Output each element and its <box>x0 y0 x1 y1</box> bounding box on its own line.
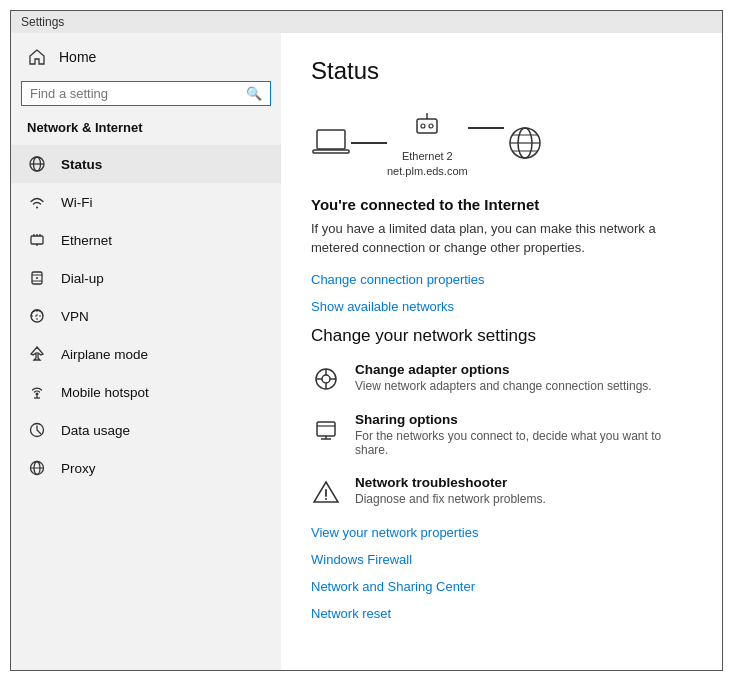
hotspot-icon <box>27 382 47 402</box>
router-icon: Ethernet 2 net.plm.eds.com <box>387 107 468 180</box>
wifi-label: Wi-Fi <box>61 195 92 210</box>
line2 <box>468 127 504 129</box>
troubleshoot-icon <box>311 477 341 507</box>
search-icon: 🔍 <box>246 86 262 101</box>
search-input[interactable] <box>30 86 240 101</box>
content-area: Home 🔍 Network & Internet Stat <box>11 33 722 670</box>
proxy-label: Proxy <box>61 461 96 476</box>
sidebar-home-item[interactable]: Home <box>11 33 281 77</box>
title-bar-label: Settings <box>21 15 64 29</box>
globe-icon <box>504 124 546 162</box>
main-content: Status <box>281 33 722 670</box>
svg-point-24 <box>429 124 433 128</box>
sidebar-item-datausage[interactable]: Data usage <box>11 411 281 449</box>
troubleshoot-text: Network troubleshooter Diagnose and fix … <box>355 475 546 506</box>
sharing-center-link[interactable]: Network and Sharing Center <box>311 579 692 594</box>
svg-point-23 <box>421 124 425 128</box>
sidebar-item-hotspot[interactable]: Mobile hotspot <box>11 373 281 411</box>
status-icon <box>27 154 47 174</box>
datausage-icon <box>27 420 47 440</box>
windows-firewall-link[interactable]: Windows Firewall <box>311 552 692 567</box>
svg-point-43 <box>325 498 327 500</box>
page-title: Status <box>311 57 692 85</box>
sharing-icon <box>311 414 341 444</box>
bottom-links: View your network properties Windows Fir… <box>311 525 692 621</box>
connection-title: You're connected to the Internet <box>311 196 692 213</box>
svg-rect-20 <box>317 130 345 149</box>
status-label: Status <box>61 157 102 172</box>
line1 <box>351 142 387 144</box>
vpn-icon <box>27 306 47 326</box>
adapter-text: Change adapter options View network adap… <box>355 362 652 393</box>
home-icon <box>27 47 47 67</box>
ethernet-icon <box>27 230 47 250</box>
show-networks-link[interactable]: Show available networks <box>311 299 692 314</box>
view-properties-link[interactable]: View your network properties <box>311 525 692 540</box>
svg-rect-3 <box>31 236 43 244</box>
svg-rect-21 <box>313 150 349 153</box>
hotspot-label: Mobile hotspot <box>61 385 149 400</box>
title-bar: Settings <box>11 11 722 33</box>
troubleshoot-title: Network troubleshooter <box>355 475 546 490</box>
settings-item-sharing[interactable]: Sharing options For the networks you con… <box>311 412 692 457</box>
sidebar-item-wifi[interactable]: Wi-Fi <box>11 183 281 221</box>
sidebar-section-title: Network & Internet <box>11 116 281 145</box>
search-box[interactable]: 🔍 <box>21 81 271 106</box>
sidebar-item-proxy[interactable]: Proxy <box>11 449 281 487</box>
svg-rect-37 <box>317 422 335 436</box>
sharing-desc: For the networks you connect to, decide … <box>355 429 692 457</box>
datausage-label: Data usage <box>61 423 130 438</box>
proxy-icon <box>27 458 47 478</box>
dialup-label: Dial-up <box>61 271 104 286</box>
svg-point-11 <box>36 277 38 279</box>
network-reset-link[interactable]: Network reset <box>311 606 692 621</box>
router-label: Ethernet 2 net.plm.eds.com <box>387 149 468 180</box>
change-connection-link[interactable]: Change connection properties <box>311 272 692 287</box>
network-settings-heading: Change your network settings <box>311 326 692 346</box>
sidebar: Home 🔍 Network & Internet Stat <box>11 33 281 670</box>
connection-desc: If you have a limited data plan, you can… <box>311 219 681 258</box>
sidebar-item-status[interactable]: Status <box>11 145 281 183</box>
adapter-title: Change adapter options <box>355 362 652 377</box>
adapter-desc: View network adapters and change connect… <box>355 379 652 393</box>
laptop-icon <box>311 126 351 160</box>
sidebar-item-vpn[interactable]: VPN <box>11 297 281 335</box>
troubleshoot-desc: Diagnose and fix network problems. <box>355 492 546 506</box>
sidebar-item-dialup[interactable]: Dial-up <box>11 259 281 297</box>
settings-item-adapter[interactable]: Change adapter options View network adap… <box>311 362 692 394</box>
adapter-icon <box>311 364 341 394</box>
svg-point-32 <box>322 375 330 383</box>
sharing-title: Sharing options <box>355 412 692 427</box>
svg-rect-22 <box>417 119 437 133</box>
ethernet-label: Ethernet <box>61 233 112 248</box>
settings-window: Settings Home 🔍 Network & Internet <box>10 10 723 671</box>
sidebar-item-ethernet[interactable]: Ethernet <box>11 221 281 259</box>
network-diagram: Ethernet 2 net.plm.eds.com <box>311 107 692 180</box>
airplane-label: Airplane mode <box>61 347 148 362</box>
svg-point-13 <box>36 393 39 396</box>
home-label: Home <box>59 49 96 65</box>
airplane-icon <box>27 344 47 364</box>
dialup-icon <box>27 268 47 288</box>
wifi-icon <box>27 192 47 212</box>
vpn-label: VPN <box>61 309 89 324</box>
settings-item-troubleshoot[interactable]: Network troubleshooter Diagnose and fix … <box>311 475 692 507</box>
sidebar-item-airplane[interactable]: Airplane mode <box>11 335 281 373</box>
sharing-text: Sharing options For the networks you con… <box>355 412 692 457</box>
